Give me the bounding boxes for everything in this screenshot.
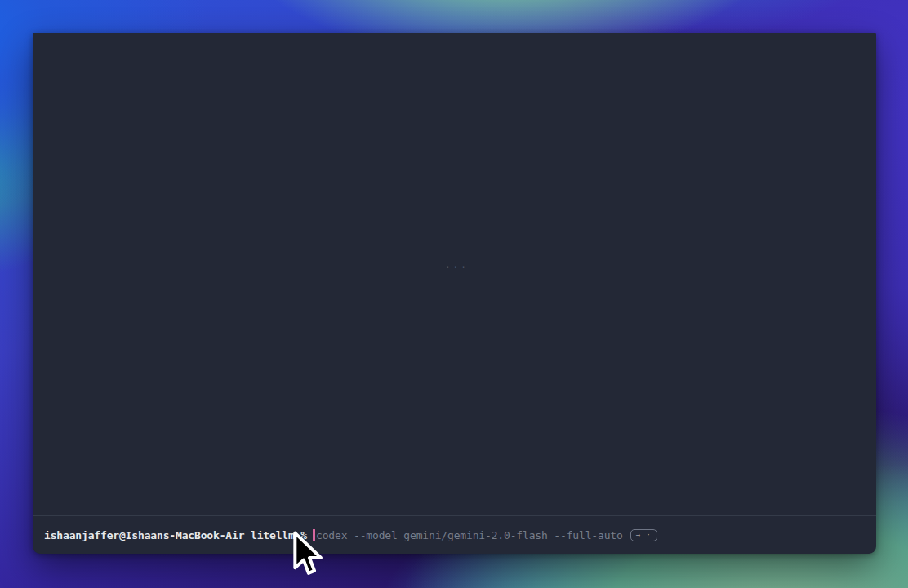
- terminal-prompt-line[interactable]: ishaanjaffer@Ishaans-MacBook-Air litellm…: [33, 516, 876, 554]
- accept-suggestion-hint-badge: → ·: [630, 529, 657, 541]
- loading-indicator: ···: [445, 262, 469, 273]
- text-cursor: [313, 529, 315, 541]
- prompt-prefix: ishaanjaffer@Ishaans-MacBook-Air litellm…: [44, 529, 307, 541]
- terminal-scrollback: ···: [33, 33, 876, 516]
- terminal-window[interactable]: ··· ishaanjaffer@Ishaans-MacBook-Air lit…: [33, 33, 876, 554]
- command-autosuggestion: codex --model gemini/gemini-2.0-flash --…: [316, 529, 623, 541]
